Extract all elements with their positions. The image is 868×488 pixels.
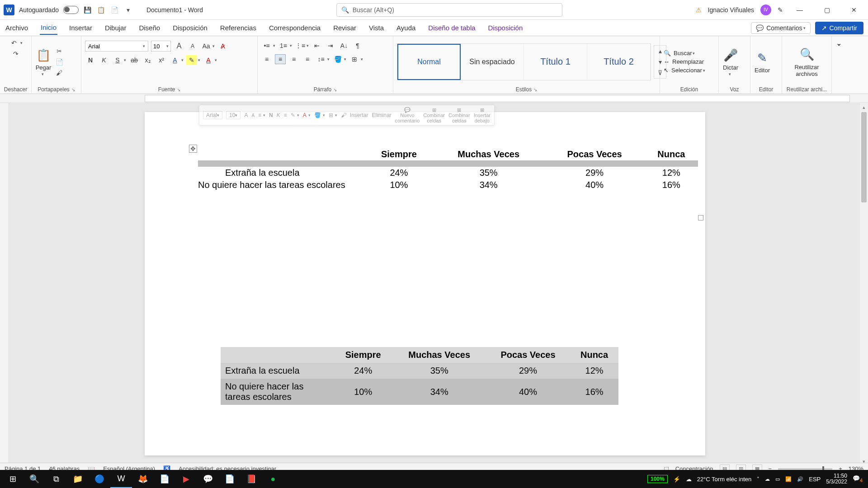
pdf-icon[interactable]: 📕	[241, 470, 262, 488]
tab-archivo[interactable]: Archivo	[5, 21, 29, 34]
anydesk-icon[interactable]: ▶	[175, 470, 197, 488]
style-normal[interactable]: Normal	[397, 44, 461, 80]
launcher-icon[interactable]: ↘	[533, 87, 537, 92]
increase-font-icon[interactable]: A	[174, 41, 184, 51]
scroll-thumb[interactable]	[861, 112, 867, 202]
autosave-toggle[interactable]	[63, 6, 79, 14]
redo-icon[interactable]: ↷	[10, 49, 21, 59]
numbering-icon[interactable]: 1≡	[278, 41, 289, 51]
style-h1[interactable]: Título 1	[524, 44, 587, 80]
indent-inc-icon[interactable]: ⇥	[325, 41, 336, 51]
tab-disposicion[interactable]: Disposición	[172, 21, 208, 34]
table-1[interactable]: Siempre Muchas Veces Pocas Veces Nunca E…	[198, 148, 698, 191]
tray-wifi-icon[interactable]: 📶	[785, 476, 792, 482]
bold-button[interactable]: N	[85, 55, 96, 65]
t1-r0-c1[interactable]: 24%	[365, 167, 433, 179]
collapse-ribbon-icon[interactable]: ⌄	[836, 39, 842, 47]
format-painter-icon[interactable]: 🖌	[54, 68, 64, 77]
qa-dropdown-icon[interactable]: ▾	[124, 5, 133, 14]
table-row[interactable]: Extraña la escuela 24% 35% 29% 12%	[221, 363, 618, 379]
show-marks-icon[interactable]: ¶	[352, 41, 363, 51]
t1-r1-c2[interactable]: 34%	[433, 179, 545, 191]
keyboard-lang[interactable]: ESP	[809, 476, 821, 483]
tray-battery-icon[interactable]: ▭	[775, 476, 780, 482]
t1-sep[interactable]	[198, 160, 698, 167]
coming-soon-icon[interactable]: ✎	[778, 6, 783, 14]
t2-h0[interactable]	[221, 347, 334, 363]
t2-r0-c3[interactable]: 29%	[486, 363, 570, 379]
maximize-button[interactable]: ▢	[816, 3, 837, 17]
table-resize-handle[interactable]	[698, 215, 703, 221]
notifications-icon[interactable]: 💬4	[853, 475, 863, 483]
table-move-handle[interactable]: ✥	[189, 145, 197, 153]
word-task-icon[interactable]: W	[110, 470, 132, 488]
t2-h1[interactable]: Siempre	[334, 347, 392, 363]
username[interactable]: Ignacio Viñuales	[708, 6, 754, 14]
doc-icon[interactable]: 📄	[219, 470, 241, 488]
t1-r0-c3[interactable]: 29%	[545, 167, 645, 179]
select-button[interactable]: ↖Seleccionar▾	[664, 67, 705, 74]
chrome-icon[interactable]: 🔵	[89, 470, 110, 488]
t2-h4[interactable]: Nunca	[570, 347, 618, 363]
t1-h0[interactable]	[198, 148, 365, 160]
cut-icon[interactable]: ✂	[54, 47, 64, 56]
whatsapp-icon[interactable]: 💬	[197, 470, 219, 488]
t2-r0-c1[interactable]: 24%	[334, 363, 392, 379]
tab-inicio[interactable]: Inicio	[40, 21, 57, 35]
underline-button[interactable]: S	[112, 55, 123, 65]
t2-r1-c1[interactable]: 10%	[334, 379, 392, 405]
t1-h4[interactable]: Nunca	[645, 148, 698, 160]
undo-icon[interactable]: ↶	[9, 38, 19, 48]
comments-button[interactable]: 💬 Comentarios ▾	[751, 22, 810, 34]
qa-icon-2[interactable]: 📄	[110, 5, 119, 14]
tray-up-icon[interactable]: ˄	[757, 476, 760, 482]
tab-dibujar[interactable]: Dibujar	[104, 21, 127, 34]
page[interactable]: ✥ Siempre Muchas Veces Pocas Veces Nunca…	[145, 112, 705, 455]
tab-insertar[interactable]: Insertar	[68, 21, 93, 34]
font-size-select[interactable]: 10▾	[151, 41, 171, 52]
start-button[interactable]: ⊞	[2, 470, 24, 488]
t1-r1-c4[interactable]: 16%	[645, 179, 698, 191]
t1-r0-label[interactable]: Extraña la escuela	[198, 167, 365, 179]
search-button[interactable]: 🔍	[24, 470, 45, 488]
launcher-icon[interactable]: ↘	[71, 87, 75, 92]
t1-h3[interactable]: Pocas Veces	[545, 148, 645, 160]
italic-button[interactable]: K	[99, 55, 109, 65]
t2-h2[interactable]: Muchas Veces	[392, 347, 486, 363]
tab-correspondencia[interactable]: Correspondencia	[268, 21, 321, 34]
qa-icon-1[interactable]: 📋	[97, 5, 106, 14]
scroll-up-icon[interactable]: ▴	[860, 103, 868, 111]
subscript-button[interactable]: x₂	[142, 55, 153, 65]
decrease-font-icon[interactable]: A	[187, 41, 198, 51]
tab-diseno[interactable]: Diseño	[138, 21, 161, 34]
copy-icon[interactable]: 📄	[54, 57, 64, 66]
justify-icon[interactable]: ≡	[302, 54, 313, 64]
t1-h1[interactable]: Siempre	[365, 148, 433, 160]
table-row[interactable]: No quiere hacer las tareas escolares 10%…	[221, 379, 618, 405]
table-row[interactable]: Extraña la escuela 24% 35% 29% 12%	[198, 167, 698, 179]
t1-r1-c1[interactable]: 10%	[365, 179, 433, 191]
line-spacing-icon[interactable]: ↕≡	[316, 54, 326, 64]
reuse-button[interactable]: 🔍Reutilizar archivos	[786, 47, 828, 77]
replace-button[interactable]: ↔Reemplazar	[664, 58, 705, 65]
tab-disposicion-tabla[interactable]: Disposición	[487, 21, 524, 34]
close-button[interactable]: ✕	[844, 3, 864, 17]
t1-r0-c4[interactable]: 12%	[645, 167, 698, 179]
tray-onedrive-icon[interactable]: ☁	[765, 476, 770, 482]
clear-format-icon[interactable]: A̷	[217, 41, 228, 51]
avatar[interactable]: IV	[760, 5, 771, 15]
t1-r1-c3[interactable]: 40%	[545, 179, 645, 191]
paste-button[interactable]: 📋 Pegar ▾	[35, 47, 52, 76]
indent-dec-icon[interactable]: ⇤	[311, 41, 322, 51]
t1-r0-c2[interactable]: 35%	[433, 167, 545, 179]
editor-button[interactable]: ✎Editor	[754, 50, 770, 74]
tab-revisar[interactable]: Revisar	[332, 21, 357, 34]
t2-r0-c4[interactable]: 12%	[570, 363, 618, 379]
dictate-button[interactable]: 🎤Dictar▾	[722, 47, 739, 76]
style-nospacing[interactable]: Sin espaciado	[461, 44, 524, 80]
align-center-icon[interactable]: ≡	[275, 54, 286, 64]
t2-r1-c4[interactable]: 16%	[570, 379, 618, 405]
clock[interactable]: 11:50 5/3/2022	[826, 473, 847, 485]
t1-r1-label[interactable]: No quiere hacer las tareas escolares	[198, 179, 365, 191]
t2-r1-c2[interactable]: 34%	[392, 379, 486, 405]
